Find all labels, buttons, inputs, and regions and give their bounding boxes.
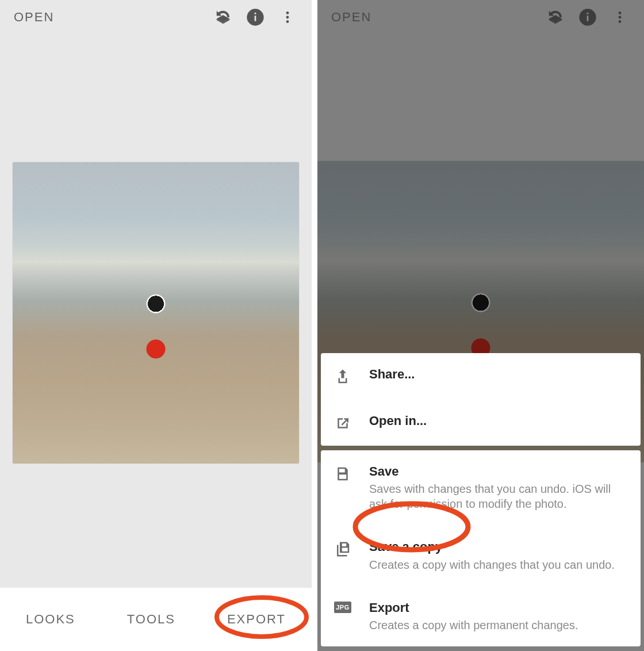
menu-export[interactable]: JPG Export Creates a copy with permanent… <box>321 586 641 646</box>
svg-rect-15 <box>342 548 348 552</box>
svg-point-11 <box>619 16 622 19</box>
menu-save[interactable]: Save Saves with changes that you can und… <box>321 450 641 525</box>
jpg-badge-icon: JPG <box>332 600 353 613</box>
svg-point-5 <box>286 20 289 23</box>
menu-export-desc: Creates a copy with permanent changes. <box>369 618 578 633</box>
canvas-image[interactable] <box>13 162 299 464</box>
top-bar: OPEN <box>0 0 312 35</box>
save-icon <box>332 464 353 482</box>
menu-export-label: Export <box>369 600 578 615</box>
menu-share[interactable]: Share... <box>321 353 641 399</box>
top-bar: OPEN <box>317 0 644 35</box>
open-external-icon <box>332 413 353 432</box>
svg-point-10 <box>619 12 622 14</box>
tab-looks[interactable]: LOOKS <box>22 606 79 633</box>
export-sheet: Share... Open in... Save Saves wit <box>317 351 644 651</box>
svg-point-12 <box>619 20 622 23</box>
open-button: OPEN <box>331 10 371 25</box>
menu-open-in[interactable]: Open in... <box>321 399 641 446</box>
menu-save-copy[interactable]: Save a copy Creates a copy with changes … <box>321 525 641 585</box>
info-icon[interactable] <box>239 1 271 33</box>
menu-save-copy-label: Save a copy <box>369 539 615 554</box>
svg-rect-8 <box>587 16 589 21</box>
menu-open-in-label: Open in... <box>369 413 427 428</box>
tab-export[interactable]: EXPORT <box>224 606 289 633</box>
tab-tools[interactable]: TOOLS <box>124 606 179 633</box>
editor-screen: OPEN LOOKS TOOLS EXPORT <box>0 0 312 651</box>
svg-point-3 <box>286 12 289 14</box>
overflow-menu-icon[interactable] <box>271 1 304 33</box>
menu-share-label: Share... <box>369 367 415 382</box>
svg-rect-9 <box>587 13 589 14</box>
save-copy-icon <box>332 539 353 558</box>
svg-rect-2 <box>255 13 256 14</box>
undo-stack-icon <box>539 1 572 33</box>
svg-rect-13 <box>343 469 344 472</box>
svg-rect-1 <box>255 16 256 21</box>
svg-rect-14 <box>342 543 347 546</box>
undo-stack-icon[interactable] <box>207 1 239 33</box>
info-icon <box>572 1 604 33</box>
menu-save-desc: Saves with changes that you can undo. iO… <box>369 481 616 511</box>
open-button[interactable]: OPEN <box>14 10 54 25</box>
overflow-menu-icon <box>604 1 636 33</box>
share-icon <box>332 367 353 385</box>
menu-save-label: Save <box>369 464 616 479</box>
bottom-tabs: LOOKS TOOLS EXPORT <box>0 588 312 651</box>
export-sheet-screen: OPEN Share... <box>317 0 644 651</box>
svg-point-4 <box>286 16 289 19</box>
menu-save-copy-desc: Creates a copy with changes that you can… <box>369 557 615 572</box>
